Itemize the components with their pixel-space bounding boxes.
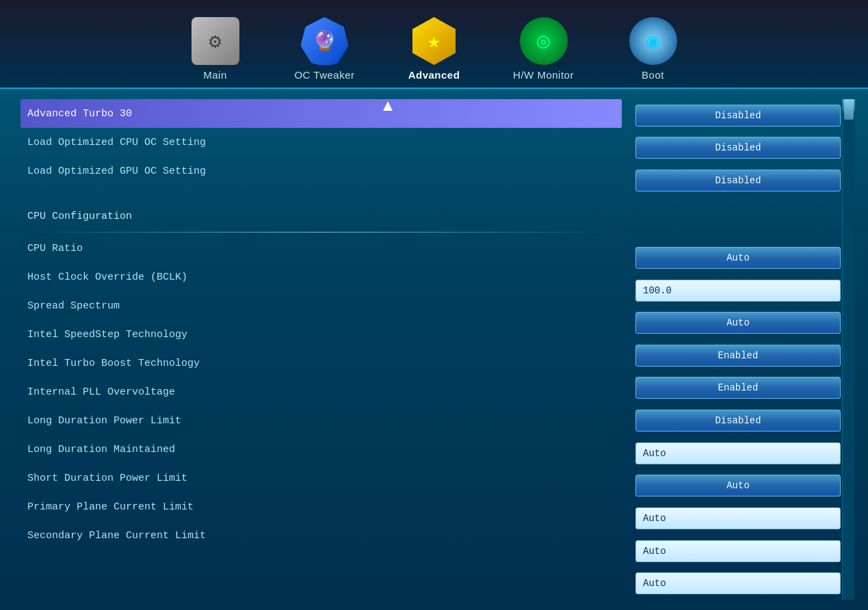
- value-long-duration-maintained[interactable]: Auto: [635, 475, 841, 496]
- spacer-before-cpu-config: [21, 185, 622, 196]
- nav-boot[interactable]: Boot: [599, 17, 708, 88]
- hw-nav-icon: [520, 17, 568, 65]
- content-area: Advanced Turbo 30 Load Optimized CPU OC …: [0, 89, 868, 610]
- setting-primary-plane-current[interactable]: Primary Plane Current Limit: [21, 492, 622, 521]
- value-spacer-divider: [635, 236, 841, 241]
- nav-main[interactable]: Main: [161, 17, 270, 88]
- value-long-duration-power[interactable]: Auto: [635, 442, 841, 464]
- value-intel-speedstep[interactable]: Enabled: [635, 345, 841, 367]
- setting-long-duration-power[interactable]: Long Duration Power Limit: [21, 406, 622, 435]
- nav-hw-label: H/W Monitor: [513, 69, 574, 81]
- value-spacer-section-header: [635, 208, 841, 237]
- settings-left-panel: Advanced Turbo 30 Load Optimized CPU OC …: [21, 99, 622, 600]
- value-slot-turbo-boost: Enabled: [635, 372, 841, 405]
- value-slot-primary-plane: Auto: [635, 535, 841, 568]
- nav-oc-tweaker[interactable]: OC Tweaker: [270, 17, 380, 88]
- setting-short-duration-power[interactable]: Short Duration Power Limit: [21, 464, 622, 492]
- value-slot-speedstep: Enabled: [635, 339, 841, 372]
- setting-internal-pll[interactable]: Internal PLL Overvoltage: [21, 377, 622, 406]
- setting-intel-turbo-boost[interactable]: Intel Turbo Boost Technology: [21, 349, 622, 377]
- boot-nav-icon: [629, 17, 677, 65]
- setting-host-clock-override[interactable]: Host Clock Override (BCLK): [21, 263, 622, 291]
- setting-load-cpu-oc[interactable]: Load Optimized CPU OC Setting: [21, 128, 622, 157]
- value-slot-1: Disabled: [635, 132, 841, 165]
- nav-main-label: Main: [203, 69, 227, 81]
- value-secondary-plane-current[interactable]: Auto: [635, 572, 841, 594]
- value-slot-internal-pll: Disabled: [635, 404, 841, 437]
- setting-load-gpu-oc[interactable]: Load Optimized GPU OC Setting: [21, 157, 622, 185]
- setting-spread-spectrum[interactable]: Spread Spectrum: [21, 291, 622, 320]
- nav-hw-monitor[interactable]: H/W Monitor: [489, 17, 599, 88]
- top-navigation: Main OC Tweaker Advanced H/W Monitor Boo…: [0, 0, 868, 89]
- value-cpu-ratio[interactable]: Auto: [635, 247, 841, 269]
- value-advanced-turbo-30[interactable]: Disabled: [635, 105, 841, 127]
- setting-secondary-plane-current[interactable]: Secondary Plane Current Limit: [21, 521, 622, 550]
- value-load-gpu-oc[interactable]: Disabled: [635, 170, 841, 191]
- oc-nav-icon: [301, 17, 349, 65]
- value-slot-secondary-plane: Auto: [635, 567, 841, 600]
- value-spread-spectrum[interactable]: Auto: [635, 312, 841, 334]
- advanced-nav-icon: [410, 17, 458, 65]
- value-host-clock-override[interactable]: 100.0: [635, 280, 841, 302]
- nav-oc-label: OC Tweaker: [294, 69, 354, 81]
- nav-boot-label: Boot: [642, 69, 664, 81]
- values-right-panel: Disabled Disabled Disabled Auto 100.0 Au…: [635, 99, 854, 600]
- value-primary-plane-current[interactable]: Auto: [635, 540, 841, 562]
- setting-cpu-ratio[interactable]: CPU Ratio: [21, 234, 622, 263]
- value-slot-0: Disabled: [635, 99, 841, 132]
- section-cpu-configuration: CPU Configuration: [21, 202, 622, 230]
- value-load-cpu-oc[interactable]: Disabled: [635, 137, 841, 159]
- value-slot-short-dur: Auto: [635, 502, 841, 535]
- value-slot-host-clock: 100.0: [635, 274, 841, 307]
- scrollbar[interactable]: ▲: [842, 99, 854, 600]
- value-slot-cpu-ratio: Auto: [635, 241, 841, 274]
- setting-advanced-turbo-30[interactable]: Advanced Turbo 30: [21, 99, 622, 128]
- value-spacer-before-section: [635, 197, 841, 208]
- scrollbar-thumb[interactable]: [844, 99, 854, 120]
- section-divider: [27, 232, 615, 233]
- value-slot-spread-spectrum: Auto: [635, 306, 841, 339]
- value-slot-long-dur-maint: Auto: [635, 469, 841, 502]
- setting-intel-speedstep[interactable]: Intel SpeedStep Technology: [21, 320, 622, 349]
- nav-advanced-label: Advanced: [408, 69, 460, 81]
- value-internal-pll[interactable]: Disabled: [635, 410, 841, 432]
- value-slot-2: Disabled: [635, 164, 841, 197]
- value-slot-long-dur-power: Auto: [635, 437, 841, 470]
- nav-advanced[interactable]: Advanced: [380, 17, 489, 88]
- main-nav-icon: [192, 17, 239, 65]
- setting-long-duration-maintained[interactable]: Long Duration Maintained: [21, 435, 622, 464]
- value-short-duration-power[interactable]: Auto: [635, 507, 841, 529]
- value-intel-turbo-boost[interactable]: Enabled: [635, 377, 841, 399]
